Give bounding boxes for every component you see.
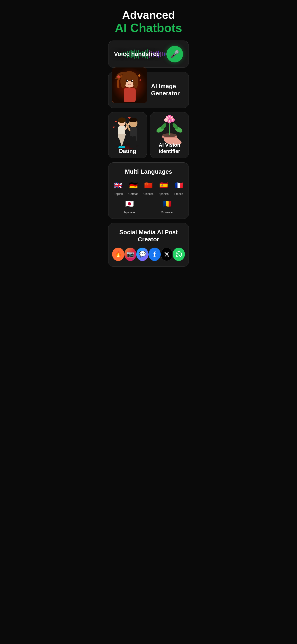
svg-point-45 [168,120,170,122]
lang-name-japanese: Japanese [124,211,136,214]
language-item-romanian[interactable]: 🇷🇴 Romanian [161,198,174,214]
svg-point-6 [131,80,133,82]
dating-label: Dating [119,148,136,154]
svg-rect-24 [130,136,133,147]
hero-line1: Advanced [108,9,189,22]
languages-row: 🇬🇧 English 🇩🇪 German 🇨🇳 Chinese 🇪🇸 Spani… [112,180,185,214]
social-card: Social Media AI Post Creator 🔥📷💬f [108,223,189,267]
messenger-icon-button[interactable]: 💬 [136,248,148,261]
dating-illustration: ❤ ❤ ❤ [109,112,146,149]
social-icons-row: 🔥📷💬f [112,248,185,261]
hero-section: Advanced AI Chatbots [108,9,189,34]
svg-point-47 [172,119,174,120]
svg-text:❤: ❤ [115,120,117,123]
svg-point-50 [169,116,170,117]
x-icon-button[interactable] [161,248,173,261]
instagram-icon-button[interactable]: 📷 [124,248,136,261]
flag-french: 🇫🇷 [173,180,184,191]
page-container: Advanced AI Chatbots Voice handsfree 🎤 [104,0,194,276]
language-item-german[interactable]: 🇩🇪 German [128,180,139,196]
language-item-chinese[interactable]: 🇨🇳 Chinese [143,180,154,196]
feature-cards-row: ❤ ❤ ❤ [108,112,189,158]
flower-illustration [153,115,186,145]
flag-chinese: 🇨🇳 [143,180,154,191]
lang-name-chinese: Chinese [144,192,154,196]
mic-icon: 🎤 [170,50,179,58]
anime-illustration [112,68,147,103]
svg-point-5 [126,80,128,82]
dating-visual: ❤ ❤ ❤ [108,112,147,149]
svg-point-26 [129,118,138,122]
flag-english: 🇬🇧 [113,180,124,191]
language-item-english[interactable]: 🇬🇧 English [113,180,124,196]
language-item-japanese[interactable]: 🇯🇵 Japanese [124,198,136,214]
svg-point-7 [127,80,128,81]
svg-rect-25 [133,136,136,147]
languages-card: Multi Languages 🇬🇧 English 🇩🇪 German 🇨🇳 … [108,162,189,219]
facebook-icon-button[interactable]: f [148,248,161,261]
svg-point-10 [117,75,120,78]
flag-romanian: 🇷🇴 [162,198,173,209]
svg-point-17 [118,118,126,123]
lang-name-romanian: Romanian [161,211,174,214]
anime-girl-image [112,68,147,103]
lang-name-german: German [128,192,138,196]
hero-line2: AI Chatbots [108,22,189,34]
whatsapp-icon-button[interactable] [173,248,185,261]
svg-point-12 [140,79,141,81]
flag-japanese: 🇯🇵 [124,198,135,209]
svg-point-8 [132,80,133,81]
ai-image-label: AI Image Generator [151,83,183,97]
lang-name-french: French [174,192,183,196]
languages-title: Multi Languages [112,168,185,175]
flower-visual [150,115,188,145]
mic-button[interactable]: 🎤 [166,46,183,62]
lang-name-spanish: Spanish [159,192,168,196]
svg-point-48 [167,117,168,118]
svg-point-49 [170,117,172,118]
ai-image-card[interactable]: AI Image Generator [108,72,189,108]
vision-card[interactable]: AI VisionIdentifier [150,112,189,158]
social-title: Social Media AI Post Creator [112,229,185,243]
svg-text:❤: ❤ [112,126,115,129]
tinder-icon-button[interactable]: 🔥 [112,248,124,261]
svg-point-11 [138,74,140,77]
language-item-spanish[interactable]: 🇪🇸 Spanish [158,180,169,196]
svg-point-4 [133,74,138,88]
flag-german: 🇩🇪 [128,180,139,191]
voice-label: Voice handsfree [114,50,160,58]
flag-spanish: 🇪🇸 [158,180,169,191]
svg-point-46 [166,119,167,120]
dating-card[interactable]: ❤ ❤ ❤ [108,112,147,158]
voice-card[interactable]: Voice handsfree 🎤 [108,40,189,68]
svg-rect-9 [124,88,136,102]
vision-label: AI VisionIdentifier [159,142,180,154]
language-item-french[interactable]: 🇫🇷 French [173,180,184,196]
lang-name-english: English [114,192,123,196]
